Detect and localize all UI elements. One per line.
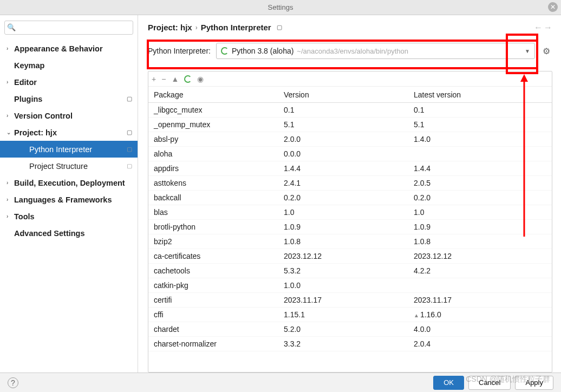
pkg-latest: 1.4.0 [408,135,552,143]
packages-header: Package Version Latest version [148,87,552,103]
breadcrumb: Project: hjx › Python Interpreter ▢ [148,23,552,32]
pkg-version: 2023.12.12 [278,252,408,260]
footer: ? OK Cancel Apply [0,373,561,392]
chevron-icon: ⌄ [6,129,14,135]
table-row[interactable]: asttokens2.4.12.0.5 [148,176,552,191]
header-latest[interactable]: Latest version [408,90,552,99]
table-row[interactable]: chardet5.2.04.0.0 [148,322,552,337]
settings-tree: ›Appearance & BehaviorKeymap›EditorPlugi… [0,38,138,373]
table-row[interactable]: charset-normalizer3.3.22.0.4 [148,337,552,351]
pkg-name: catkin-pkg [148,281,278,290]
chevron-icon: › [6,113,14,119]
sidebar-item-version-control[interactable]: ›Version Control [0,107,138,124]
table-row[interactable]: cffi1.15.1▲1.16.0 [148,308,552,322]
table-row[interactable]: absl-py2.0.01.4.0 [148,132,552,147]
add-package-icon[interactable]: + [152,75,156,83]
pkg-version: 1.15.1 [278,310,408,319]
help-icon[interactable]: ? [8,377,18,388]
close-icon[interactable]: ✕ [548,2,558,12]
table-row[interactable]: backcall0.2.00.2.0 [148,191,552,205]
gear-icon[interactable]: ⚙ [540,46,552,56]
pkg-latest: 2.0.4 [408,339,552,348]
module-icon: ▢ [127,146,132,153]
module-icon: ▢ [127,95,132,102]
pkg-latest: 0.1 [408,106,552,114]
breadcrumb-leaf: Python Interpreter [201,23,271,32]
sidebar-item-project-structure[interactable]: Project Structure▢ [0,158,138,174]
pkg-version: 1.0 [278,208,408,217]
refresh-icon[interactable] [184,75,192,83]
sidebar-item-label: Version Control [14,112,73,120]
sidebar-item-build-execution-deployment[interactable]: ›Build, Execution, Deployment [0,174,138,191]
pkg-latest: 4.2.2 [408,266,552,275]
packages-panel: + − ▲ ◉ Package Version Latest version _… [148,71,552,373]
pkg-name: asttokens [148,179,278,187]
sidebar-item-label: Languages & Frameworks [14,195,112,204]
sidebar-item-label: Editor [14,78,37,87]
module-icon: ▢ [277,24,282,31]
sidebar-item-tools[interactable]: ›Tools [0,208,138,225]
ok-button[interactable]: OK [433,376,464,390]
header-package[interactable]: Package [148,90,278,99]
pkg-latest: 2.0.5 [408,179,552,187]
sidebar-item-languages-frameworks[interactable]: ›Languages & Frameworks [0,191,138,208]
table-row[interactable]: certifi2023.11.172023.11.17 [148,293,552,308]
table-row[interactable]: aloha0.0.0 [148,147,552,161]
pkg-name: chardet [148,325,278,334]
interpreter-name: Python 3.8 (aloha) [232,47,293,55]
pkg-latest: ▲1.16.0 [408,310,552,319]
table-row[interactable]: bzip21.0.81.0.8 [148,234,552,249]
pkg-name: aloha [148,149,278,158]
sidebar-item-label: Keymap [14,61,44,70]
chevron-icon: › [6,45,14,51]
table-row[interactable]: catkin-pkg1.0.0 [148,278,552,293]
sidebar-item-editor[interactable]: ›Editor [0,74,138,90]
header-version[interactable]: Version [278,90,408,99]
python-icon [221,47,229,55]
remove-package-icon[interactable]: − [161,75,166,83]
upgrade-package-icon[interactable]: ▲ [171,75,179,83]
pkg-name: ca-certificates [148,252,278,260]
packages-body: _libgcc_mutex0.10.1_openmp_mutex5.15.1ab… [148,103,552,372]
sidebar-item-label: Build, Execution, Deployment [14,179,125,187]
sidebar-item-label: Advanced Settings [14,229,85,238]
pkg-name: appdirs [148,164,278,173]
sidebar-item-python-interpreter[interactable]: Python Interpreter▢ [0,141,138,158]
table-row[interactable]: ca-certificates2023.12.122023.12.12 [148,249,552,264]
pkg-name: bzip2 [148,237,278,246]
pkg-name: charset-normalizer [148,339,278,348]
sidebar-item-label: Plugins [14,95,42,103]
table-row[interactable]: brotli-python1.0.91.0.9 [148,220,552,234]
upgrade-arrow-icon: ▲ [414,312,419,318]
sidebar-item-appearance-behavior[interactable]: ›Appearance & Behavior [0,40,138,57]
sidebar-item-label: Tools [14,212,35,221]
interpreter-dropdown[interactable]: Python 3.8 (aloha) ~/anaconda3/envs/aloh… [216,43,535,59]
pkg-version: 5.1 [278,120,408,129]
pkg-version: 5.2.0 [278,325,408,334]
chevron-icon: › [6,180,14,186]
module-icon: ▢ [127,162,132,169]
table-row[interactable]: appdirs1.4.41.4.4 [148,161,552,176]
sidebar-item-plugins[interactable]: Plugins▢ [0,90,138,107]
pkg-version: 2023.11.17 [278,296,408,304]
sidebar-item-project-hjx[interactable]: ⌄Project: hjx▢ [0,124,138,141]
cancel-button[interactable]: Cancel [468,376,511,390]
table-row[interactable]: cachetools5.3.24.2.2 [148,264,552,278]
pkg-latest: 1.0 [408,208,552,217]
sidebar-item-label: Appearance & Behavior [14,44,103,53]
chevron-icon: › [6,213,14,219]
apply-button[interactable]: Apply [515,376,553,390]
breadcrumb-root[interactable]: Project: hjx [148,23,192,32]
nav-back-icon[interactable]: ← [534,23,543,32]
eye-icon[interactable]: ◉ [197,75,204,83]
table-row[interactable]: _libgcc_mutex0.10.1 [148,103,552,117]
table-row[interactable]: blas1.01.0 [148,205,552,220]
interpreter-path: ~/anaconda3/envs/aloha/bin/python [297,47,408,55]
sidebar-item-keymap[interactable]: Keymap [0,57,138,74]
sidebar-item-advanced-settings[interactable]: Advanced Settings [0,225,138,241]
chevron-icon: › [6,197,14,202]
pkg-version: 2.0.0 [278,135,408,143]
table-row[interactable]: _openmp_mutex5.15.1 [148,117,552,132]
search-input[interactable] [4,21,133,35]
nav-forward-icon[interactable]: → [544,23,552,32]
